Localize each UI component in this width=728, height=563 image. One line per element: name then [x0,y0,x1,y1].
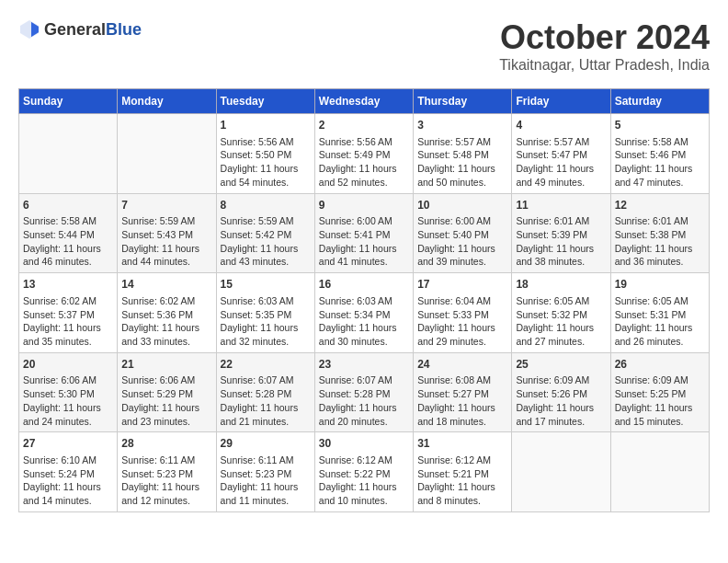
calendar-cell: 2Sunrise: 5:56 AMSunset: 5:49 PMDaylight… [314,114,413,194]
calendar-cell: 19Sunrise: 6:05 AMSunset: 5:31 PMDayligh… [610,273,709,353]
day-info: Sunrise: 6:01 AMSunset: 5:38 PMDaylight:… [615,214,705,269]
day-number: 26 [615,357,705,373]
day-number: 18 [516,277,606,293]
day-info: Sunrise: 6:05 AMSunset: 5:32 PMDaylight:… [516,294,606,349]
calendar-week-1: 1Sunrise: 5:56 AMSunset: 5:50 PMDaylight… [19,114,710,194]
day-number: 5 [615,118,705,133]
calendar-cell: 21Sunrise: 6:06 AMSunset: 5:29 PMDayligh… [118,352,216,432]
calendar-cell: 17Sunrise: 6:04 AMSunset: 5:33 PMDayligh… [414,273,512,353]
weekday-header-row: SundayMondayTuesdayWednesdayThursdayFrid… [19,89,710,114]
calendar-cell: 26Sunrise: 6:09 AMSunset: 5:25 PMDayligh… [610,352,709,432]
calendar-cell: 16Sunrise: 6:03 AMSunset: 5:34 PMDayligh… [314,273,413,353]
logo: GeneralBlue [18,18,142,40]
calendar-cell: 31Sunrise: 6:12 AMSunset: 5:21 PMDayligh… [414,432,512,512]
calendar-cell: 30Sunrise: 6:12 AMSunset: 5:22 PMDayligh… [314,432,413,512]
calendar-week-5: 27Sunrise: 6:10 AMSunset: 5:24 PMDayligh… [19,432,710,512]
month-title: October 2024 [499,18,710,57]
day-info: Sunrise: 6:07 AMSunset: 5:28 PMDaylight:… [221,373,311,428]
day-info: Sunrise: 6:07 AMSunset: 5:28 PMDaylight:… [319,373,409,428]
day-number: 10 [417,198,507,213]
calendar-cell: 23Sunrise: 6:07 AMSunset: 5:28 PMDayligh… [314,352,413,432]
day-number: 27 [23,436,113,452]
day-info: Sunrise: 6:03 AMSunset: 5:34 PMDaylight:… [319,294,409,349]
day-info: Sunrise: 6:12 AMSunset: 5:22 PMDaylight:… [319,454,409,508]
logo-general: General [44,20,106,39]
calendar-cell: 25Sunrise: 6:09 AMSunset: 5:26 PMDayligh… [512,352,610,432]
day-info: Sunrise: 5:59 AMSunset: 5:43 PMDaylight:… [121,214,211,269]
day-info: Sunrise: 5:58 AMSunset: 5:46 PMDaylight:… [615,135,705,190]
day-number: 19 [615,277,705,293]
calendar-cell: 27Sunrise: 6:10 AMSunset: 5:24 PMDayligh… [19,432,118,512]
calendar-cell: 22Sunrise: 6:07 AMSunset: 5:28 PMDayligh… [216,352,314,432]
calendar-cell: 11Sunrise: 6:01 AMSunset: 5:39 PMDayligh… [512,193,610,273]
calendar-cell: 1Sunrise: 5:56 AMSunset: 5:50 PMDaylight… [216,114,314,194]
day-number: 2 [319,118,409,133]
day-number: 17 [417,277,507,293]
calendar-cell: 6Sunrise: 5:58 AMSunset: 5:44 PMDaylight… [19,193,118,273]
calendar-cell: 7Sunrise: 5:59 AMSunset: 5:43 PMDaylight… [118,193,216,273]
calendar-table: SundayMondayTuesdayWednesdayThursdayFrid… [18,88,710,512]
calendar-cell: 14Sunrise: 6:02 AMSunset: 5:36 PMDayligh… [118,273,216,353]
day-number: 22 [221,357,311,373]
day-info: Sunrise: 5:56 AMSunset: 5:50 PMDaylight:… [221,135,311,190]
day-info: Sunrise: 6:02 AMSunset: 5:36 PMDaylight:… [121,294,211,349]
calendar-cell: 29Sunrise: 6:11 AMSunset: 5:23 PMDayligh… [216,432,314,512]
calendar-cell: 28Sunrise: 6:11 AMSunset: 5:23 PMDayligh… [118,432,216,512]
calendar-cell: 5Sunrise: 5:58 AMSunset: 5:46 PMDaylight… [610,114,709,194]
day-info: Sunrise: 5:56 AMSunset: 5:49 PMDaylight:… [319,135,409,190]
weekday-header-friday: Friday [512,89,610,114]
day-number: 13 [23,277,113,293]
calendar-cell [512,432,610,512]
day-number: 14 [121,277,211,293]
day-number: 15 [221,277,311,293]
day-number: 3 [417,118,507,133]
day-number: 6 [23,198,113,213]
day-number: 21 [121,357,211,373]
day-number: 24 [417,357,507,373]
day-info: Sunrise: 6:00 AMSunset: 5:40 PMDaylight:… [417,214,507,269]
weekday-header-saturday: Saturday [610,89,709,114]
day-number: 9 [319,198,409,213]
calendar-cell: 20Sunrise: 6:06 AMSunset: 5:30 PMDayligh… [19,352,118,432]
weekday-header-wednesday: Wednesday [314,89,413,114]
page-header: GeneralBlue October 2024 Tikaitnagar, Ut… [18,18,710,74]
day-number: 30 [319,436,409,452]
calendar-cell: 9Sunrise: 6:00 AMSunset: 5:41 PMDaylight… [314,193,413,273]
day-info: Sunrise: 6:11 AMSunset: 5:23 PMDaylight:… [221,454,311,508]
day-number: 29 [221,436,311,452]
calendar-cell: 24Sunrise: 6:08 AMSunset: 5:27 PMDayligh… [414,352,512,432]
day-info: Sunrise: 6:02 AMSunset: 5:37 PMDaylight:… [23,294,113,349]
day-number: 7 [121,198,211,213]
title-block: October 2024 Tikaitnagar, Uttar Pradesh,… [499,18,710,74]
day-info: Sunrise: 6:01 AMSunset: 5:39 PMDaylight:… [516,214,606,269]
day-number: 25 [516,357,606,373]
day-info: Sunrise: 5:57 AMSunset: 5:48 PMDaylight:… [417,135,507,190]
day-number: 23 [319,357,409,373]
weekday-header-thursday: Thursday [414,89,512,114]
day-info: Sunrise: 6:03 AMSunset: 5:35 PMDaylight:… [221,294,311,349]
day-number: 20 [23,357,113,373]
day-number: 4 [516,118,606,133]
day-number: 11 [516,198,606,213]
day-info: Sunrise: 6:11 AMSunset: 5:23 PMDaylight:… [121,454,211,508]
day-info: Sunrise: 6:04 AMSunset: 5:33 PMDaylight:… [417,294,507,349]
day-number: 1 [221,118,311,133]
calendar-cell: 18Sunrise: 6:05 AMSunset: 5:32 PMDayligh… [512,273,610,353]
calendar-cell: 4Sunrise: 5:57 AMSunset: 5:47 PMDaylight… [512,114,610,194]
day-info: Sunrise: 5:57 AMSunset: 5:47 PMDaylight:… [516,135,606,190]
day-info: Sunrise: 6:06 AMSunset: 5:29 PMDaylight:… [121,373,211,428]
calendar-cell [19,114,118,194]
day-info: Sunrise: 5:58 AMSunset: 5:44 PMDaylight:… [23,214,113,269]
day-info: Sunrise: 6:00 AMSunset: 5:41 PMDaylight:… [319,214,409,269]
day-number: 31 [417,436,507,452]
calendar-cell: 13Sunrise: 6:02 AMSunset: 5:37 PMDayligh… [19,273,118,353]
logo-icon [18,18,40,40]
weekday-header-monday: Monday [118,89,216,114]
day-number: 28 [121,436,211,452]
day-info: Sunrise: 6:12 AMSunset: 5:21 PMDaylight:… [417,454,507,508]
calendar-cell [610,432,709,512]
day-info: Sunrise: 6:09 AMSunset: 5:26 PMDaylight:… [516,373,606,428]
logo-text: GeneralBlue [44,20,142,40]
calendar-week-4: 20Sunrise: 6:06 AMSunset: 5:30 PMDayligh… [19,352,710,432]
location-title: Tikaitnagar, Uttar Pradesh, India [499,57,710,74]
